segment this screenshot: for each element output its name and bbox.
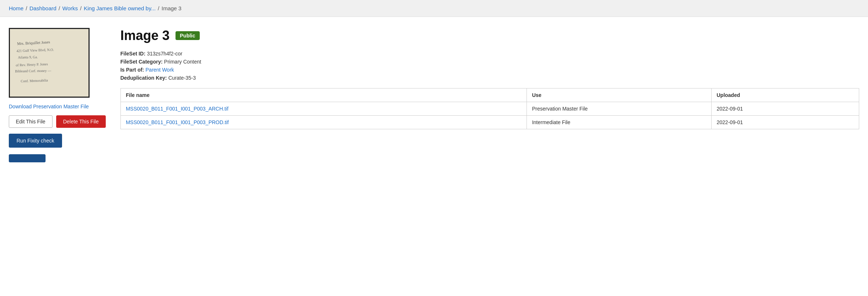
right-panel: Image 3 Public FileSet ID: 313zs7h4f2-co… — [120, 28, 859, 129]
svg-text:Atlanta 9, Ga.: Atlanta 9, Ga. — [18, 55, 38, 59]
cell-uploaded-0: 2022-09-01 — [711, 102, 859, 116]
extra-action-button[interactable] — [9, 154, 46, 162]
cell-use-0: Preservation Master File — [527, 102, 711, 116]
metadata-section: FileSet ID: 313zs7h4f2-cor FileSet Categ… — [120, 51, 859, 81]
main-content: Mrs. Briquillet Jones 421 Gulf View Blvd… — [0, 17, 868, 173]
fileset-id-value: 313zs7h4f2-cor — [147, 51, 182, 57]
col-header-use: Use — [527, 89, 711, 102]
breadcrumb-current: Image 3 — [162, 5, 181, 11]
filename-link-0[interactable]: MSS0020_B011_F001_I001_P003_ARCH.tif — [126, 106, 228, 112]
title-row: Image 3 Public — [120, 28, 859, 43]
fileset-id-label: FileSet ID: — [120, 51, 145, 57]
cell-filename-0: MSS0020_B011_F001_I001_P003_ARCH.tif — [120, 102, 527, 116]
delete-file-button[interactable]: Delete This File — [56, 115, 106, 128]
table-row: MSS0020_B011_F001_I001_P003_ARCH.tif Pre… — [120, 102, 859, 116]
is-part-of-label: Is Part of: — [120, 67, 144, 73]
table-row: MSS0020_B011_F001_I001_P003_PROD.tif Int… — [120, 116, 859, 129]
edit-delete-row: Edit This File Delete This File — [9, 115, 106, 128]
fileset-category-row: FileSet Category: Primary Content — [120, 59, 859, 65]
fileset-category-label: FileSet Category: — [120, 59, 163, 65]
col-header-filename: File name — [120, 89, 527, 102]
is-part-of-row: Is Part of: Parent Work — [120, 67, 859, 73]
breadcrumb-sep-4: / — [158, 5, 159, 11]
cell-uploaded-1: 2022-09-01 — [711, 116, 859, 129]
fileset-category-value: Primary Content — [164, 59, 201, 65]
deduplication-key-label: Deduplication Key: — [120, 75, 167, 81]
edit-file-button[interactable]: Edit This File — [9, 115, 53, 128]
breadcrumb-dashboard[interactable]: Dashboard — [29, 5, 56, 11]
breadcrumb-sep-1: / — [26, 5, 27, 11]
breadcrumb-sep-3: / — [80, 5, 82, 11]
left-panel: Mrs. Briquillet Jones 421 Gulf View Blvd… — [9, 28, 106, 162]
deduplication-key-value: Curate-35-3 — [168, 75, 196, 81]
breadcrumb-sep-2: / — [59, 5, 60, 11]
col-header-uploaded: Uploaded — [711, 89, 859, 102]
svg-text:Bibleand Corf. money —: Bibleand Corf. money — — [15, 68, 51, 73]
fileset-id-row: FileSet ID: 313zs7h4f2-cor — [120, 51, 859, 57]
table-body: MSS0020_B011_F001_I001_P003_ARCH.tif Pre… — [120, 102, 859, 129]
partial-button-row — [9, 154, 106, 162]
cell-use-1: Intermediate File — [527, 116, 711, 129]
run-fixity-button[interactable]: Run Fixity check — [9, 134, 62, 148]
table-header: File name Use Uploaded — [120, 89, 859, 102]
filename-link-1[interactable]: MSS0020_B011_F001_I001_P003_PROD.tif — [126, 119, 229, 125]
breadcrumb-parent-work[interactable]: King James Bible owned by... — [84, 5, 156, 11]
deduplication-key-row: Deduplication Key: Curate-35-3 — [120, 75, 859, 81]
breadcrumb-home[interactable]: Home — [9, 5, 23, 11]
page-title: Image 3 — [120, 28, 170, 43]
breadcrumb: Home / Dashboard / Works / King James Bi… — [0, 0, 868, 17]
image-thumbnail: Mrs. Briquillet Jones 421 Gulf View Blvd… — [9, 28, 90, 98]
cell-filename-1: MSS0020_B011_F001_I001_P003_PROD.tif — [120, 116, 527, 129]
download-preservation-link[interactable]: Download Preservation Master File — [9, 104, 106, 109]
files-table: File name Use Uploaded MSS0020_B011_F001… — [120, 88, 859, 129]
public-badge: Public — [176, 31, 200, 40]
parent-work-link[interactable]: Parent Work — [145, 67, 174, 73]
fixity-row: Run Fixity check — [9, 134, 106, 148]
breadcrumb-works[interactable]: Works — [62, 5, 78, 11]
